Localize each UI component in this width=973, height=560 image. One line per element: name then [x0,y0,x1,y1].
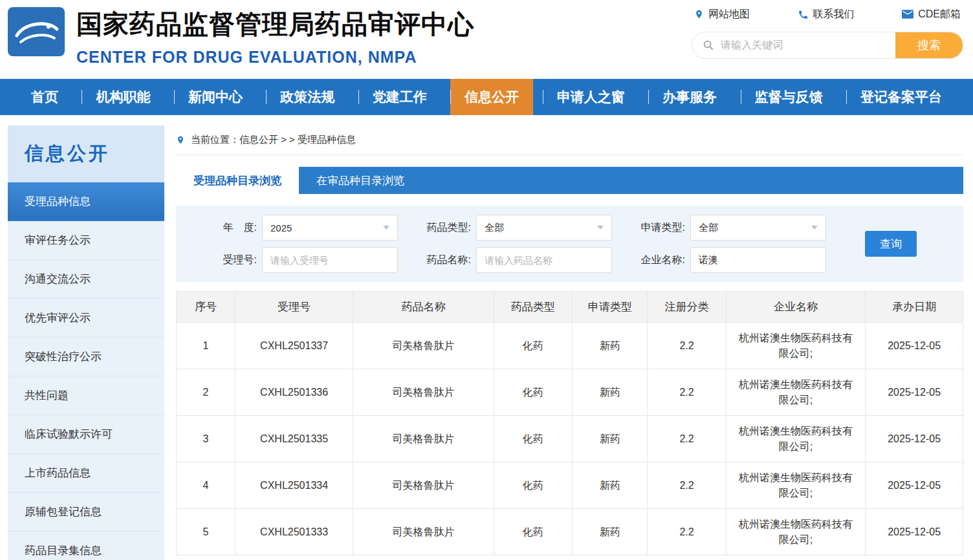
nav-item-8[interactable]: 监督与反馈 [741,79,837,115]
quick-link-label: CDE邮箱 [918,8,961,21]
column-header: 药品类型 [494,292,572,323]
sidebar-item-9[interactable]: 药品目录集信息 [8,532,164,560]
breadcrumb-pin-icon [176,135,185,145]
quick-link-label: 网站地图 [708,8,750,21]
year-select-value: 2025 [270,222,292,233]
table-row[interactable]: 4CXHL2501334司美格鲁肽片化药新药2.2杭州诺澳生物医药科技有限公司;… [177,462,963,509]
table-cell: 新药 [573,509,648,555]
table-cell: 司美格鲁肽片 [353,369,494,416]
sidebar-item-7[interactable]: 上市药品信息 [8,454,164,493]
phone-icon [798,9,809,20]
table-cell: 2 [177,369,235,416]
table-cell: 1 [177,323,235,369]
nav-item-2[interactable]: 新闻中心 [174,79,257,115]
sidebar-item-8[interactable]: 原辅包登记信息 [8,493,164,532]
table-cell: 5 [177,509,235,555]
chevron-down-icon [811,226,818,230]
drug-type-filter: 药品类型: 全部 [416,215,612,241]
sidebar-item-0[interactable]: 受理品种信息 [8,182,164,221]
results-table: 序号受理号药品名称药品类型申请类型注册分类企业名称承办日期 1CXHL25013… [176,291,963,555]
quick-link-mail[interactable]: CDE邮箱 [902,8,961,21]
table-cell: 司美格鲁肽片 [353,416,494,462]
table-row[interactable]: 2CXHL2501336司美格鲁肽片化药新药2.2杭州诺澳生物医药科技有限公司;… [177,369,963,416]
filter-panel: 年 度: 2025 药品类型: 全部 申请类型: 全部 [176,206,963,282]
table-cell: 3 [177,416,235,462]
sidebar-item-6[interactable]: 临床试验默示许可 [8,415,164,454]
tab-1[interactable]: 在审品种目录浏览 [299,167,422,194]
table-cell: 2025-12-05 [866,323,963,369]
company-input[interactable] [690,247,826,273]
tab-bar: 受理品种目录浏览在审品种目录浏览 [176,167,963,194]
nav-item-4[interactable]: 党建工作 [358,79,441,115]
search-icon [703,39,714,51]
table-cell: 杭州诺澳生物医药科技有限公司; [726,509,865,555]
table-cell: CXHL2501333 [235,509,353,555]
table-cell: 化药 [494,323,572,369]
table-row[interactable]: 5CXHL2501333司美格鲁肽片化药新药2.2杭州诺澳生物医药科技有限公司;… [177,509,963,555]
column-header: 序号 [177,292,235,323]
filter-row-1: 年 度: 2025 药品类型: 全部 申请类型: 全部 [176,215,963,241]
breadcrumb-text: 当前位置：信息公开 > > 受理品种信息 [191,134,356,146]
filter-row-2: 受理号: 药品名称: 企业名称: [176,247,963,273]
content: 当前位置：信息公开 > > 受理品种信息 受理品种目录浏览在审品种目录浏览 年 … [176,125,963,555]
table-cell: 化药 [494,509,572,555]
accept-no-filter: 受理号: [202,247,398,273]
query-button[interactable]: 查询 [865,231,917,257]
search-input[interactable] [721,39,895,51]
nav-item-7[interactable]: 办事服务 [648,79,731,115]
table-cell: CXHL2501336 [235,369,353,416]
company-filter: 企业名称: [630,247,826,273]
quick-link-sitemap[interactable]: 网站地图 [694,8,750,21]
drug-name-label: 药品名称: [416,253,471,267]
drug-name-input[interactable] [476,247,612,273]
results-table-body: 1CXHL2501337司美格鲁肽片化药新药2.2杭州诺澳生物医药科技有限公司;… [177,323,963,555]
table-cell: 司美格鲁肽片 [353,509,494,555]
year-select[interactable]: 2025 [262,215,398,241]
nav-item-5[interactable]: 信息公开 [450,79,533,115]
tab-0[interactable]: 受理品种目录浏览 [176,167,299,194]
drug-type-select[interactable]: 全部 [476,215,612,241]
search-button[interactable]: 搜索 [895,32,963,59]
table-cell: 2.2 [648,369,726,416]
sidebar-item-4[interactable]: 突破性治疗公示 [8,338,164,376]
main-wrap: 信息公开 受理品种信息审评任务公示沟通交流公示优先审评公示突破性治疗公示共性问题… [0,125,973,560]
table-cell: 2.2 [648,462,726,509]
nav-item-6[interactable]: 申请人之窗 [543,79,639,115]
results-table-head-row: 序号受理号药品名称药品类型申请类型注册分类企业名称承办日期 [177,292,963,323]
column-header: 企业名称 [726,292,865,323]
sidebar-item-2[interactable]: 沟通交流公示 [8,260,164,299]
nav-item-0[interactable]: 首页 [17,79,72,115]
table-cell: 2.2 [648,323,726,369]
quick-link-label: 联系我们 [813,8,855,21]
accept-no-input[interactable] [262,247,398,273]
apply-type-select[interactable]: 全部 [690,215,826,241]
apply-type-select-value: 全部 [699,222,718,234]
column-header: 承办日期 [866,292,963,323]
table-cell: 杭州诺澳生物医药科技有限公司; [726,323,865,369]
apply-type-filter: 申请类型: 全部 [630,215,826,241]
table-cell: 4 [177,462,235,509]
sidebar-item-5[interactable]: 共性问题 [8,376,164,415]
year-filter: 年 度: 2025 [202,215,398,241]
table-cell: 化药 [494,416,572,462]
envelope-icon [902,10,913,19]
search-bar: 搜索 [692,32,963,59]
table-cell: 司美格鲁肽片 [353,462,494,509]
breadcrumb: 当前位置：信息公开 > > 受理品种信息 [176,125,963,155]
cde-logo-icon [8,7,65,56]
nav-item-1[interactable]: 机构职能 [82,79,164,115]
quick-link-contact[interactable]: 联系我们 [798,8,855,21]
nav-item-3[interactable]: 政策法规 [266,79,349,115]
accept-no-label: 受理号: [202,253,257,267]
chevron-down-icon [597,226,604,230]
table-cell: 2025-12-05 [866,462,963,509]
table-row[interactable]: 1CXHL2501337司美格鲁肽片化药新药2.2杭州诺澳生物医药科技有限公司;… [177,323,963,369]
table-cell: CXHL2501334 [235,462,353,509]
table-row[interactable]: 3CXHL2501335司美格鲁肽片化药新药2.2杭州诺澳生物医药科技有限公司;… [177,416,963,462]
location-pin-icon [694,8,704,20]
sidebar-item-3[interactable]: 优先审评公示 [8,299,164,338]
year-label: 年 度: [202,221,257,235]
cde-logo [8,7,65,59]
sidebar-item-1[interactable]: 审评任务公示 [8,221,164,260]
nav-item-9[interactable]: 登记备案平台 [846,79,956,115]
